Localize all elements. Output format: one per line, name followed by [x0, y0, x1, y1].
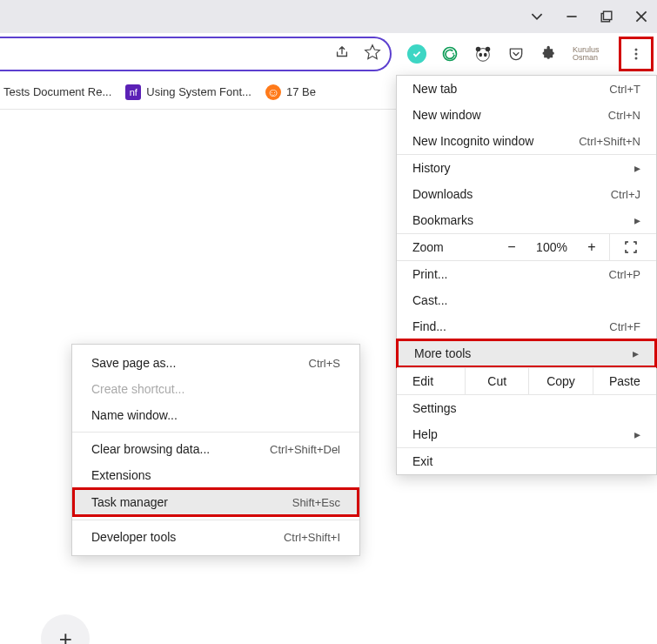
- submenu-item-developer-tools[interactable]: Developer tools Ctrl+Shift+I: [72, 524, 359, 550]
- menu-item-new-tab[interactable]: New tab Ctrl+T: [397, 76, 656, 102]
- maximize-icon[interactable]: [600, 10, 613, 23]
- svg-point-12: [635, 53, 638, 56]
- menu-label: New Incognito window: [412, 134, 533, 148]
- close-icon[interactable]: [634, 10, 648, 23]
- paste-button[interactable]: Paste: [593, 368, 656, 394]
- submenu-arrow-icon: ▸: [634, 427, 640, 441]
- submenu-arrow-icon: ▸: [634, 161, 640, 175]
- menu-item-new-incognito[interactable]: New Incognito window Ctrl+Shift+N: [397, 128, 656, 154]
- svg-point-13: [635, 57, 638, 60]
- submenu-item-extensions[interactable]: Extensions: [72, 462, 359, 488]
- menu-item-print[interactable]: Print... Ctrl+P: [397, 261, 656, 287]
- bookmark-item[interactable]: ☺ 17 Be: [265, 84, 316, 100]
- extension-text-icon[interactable]: KurulusOsman: [573, 44, 600, 64]
- minimize-icon[interactable]: [565, 10, 579, 23]
- extensions-puzzle-icon[interactable]: [540, 44, 559, 64]
- main-menu: New tab Ctrl+T New window Ctrl+N New Inc…: [396, 75, 657, 475]
- bookmark-label: Using System Font...: [146, 85, 251, 98]
- vertical-dots-icon: [629, 47, 643, 61]
- menu-item-find[interactable]: Find... Ctrl+F: [397, 313, 656, 339]
- zoom-in-button[interactable]: +: [574, 239, 609, 255]
- main-menu-button[interactable]: [619, 37, 654, 71]
- window-titlebar: [0, 0, 657, 33]
- svg-point-8: [486, 47, 491, 52]
- submenu-separator: [72, 520, 359, 520]
- submenu-item-name-window[interactable]: Name window...: [72, 402, 359, 428]
- submenu-separator: [72, 432, 359, 433]
- panda-icon[interactable]: [473, 44, 493, 64]
- bookmark-star-icon[interactable]: [364, 44, 381, 64]
- submenu-item-save-page[interactable]: Save page as... Ctrl+S: [72, 350, 359, 376]
- menu-shortcut: Ctrl+F: [609, 320, 640, 333]
- bookmark-item[interactable]: Tests Document Re...: [3, 85, 111, 98]
- zoom-value: 100%: [529, 240, 574, 254]
- cut-button[interactable]: Cut: [465, 368, 528, 394]
- bookmark-favicon: nf: [125, 84, 141, 100]
- svg-point-7: [476, 47, 481, 52]
- chevron-down-icon[interactable]: [530, 10, 544, 23]
- submenu-shortcut: Ctrl+Shift+Del: [270, 443, 340, 456]
- bookmark-label: 17 Be: [286, 85, 316, 98]
- submenu-shortcut: Shift+Esc: [292, 496, 340, 509]
- menu-label: Help: [412, 427, 438, 441]
- menu-shortcut: Ctrl+N: [608, 109, 640, 122]
- submenu-item-create-shortcut: Create shortcut...: [72, 376, 359, 402]
- submenu-label: Create shortcut...: [91, 382, 184, 396]
- menu-label: New window: [412, 108, 481, 122]
- fullscreen-button[interactable]: [609, 234, 651, 260]
- submenu-shortcut: Ctrl+S: [309, 357, 340, 370]
- menu-item-history[interactable]: History ▸: [397, 155, 656, 181]
- address-bar[interactable]: [0, 37, 392, 71]
- menu-shortcut: Ctrl+J: [611, 188, 640, 201]
- submenu-label: Name window...: [91, 408, 178, 422]
- menu-item-downloads[interactable]: Downloads Ctrl+J: [397, 181, 656, 207]
- submenu-arrow-icon: ▸: [634, 213, 640, 227]
- submenu-label: Task manager: [91, 495, 168, 509]
- address-bar-row: KurulusOsman: [0, 33, 657, 75]
- zoom-label: Zoom: [412, 240, 494, 254]
- more-tools-submenu: Save page as... Ctrl+S Create shortcut..…: [71, 344, 360, 556]
- bookmark-label: Tests Document Re...: [3, 85, 111, 98]
- menu-label: Settings: [412, 401, 457, 415]
- menu-item-exit[interactable]: Exit: [397, 448, 656, 474]
- menu-item-help[interactable]: Help ▸: [397, 421, 656, 447]
- menu-item-cast[interactable]: Cast...: [397, 287, 656, 313]
- extension-icon-1[interactable]: [407, 44, 426, 64]
- bookmark-favicon: ☺: [265, 84, 281, 100]
- menu-shortcut: Ctrl+P: [609, 268, 640, 281]
- submenu-item-task-manager[interactable]: Task manager Shift+Esc: [72, 487, 359, 517]
- menu-label: Cast...: [412, 293, 447, 307]
- extensions-row: KurulusOsman: [392, 44, 600, 64]
- menu-item-new-window[interactable]: New window Ctrl+N: [397, 102, 656, 128]
- menu-label: Downloads: [412, 187, 473, 201]
- grammarly-icon[interactable]: [440, 44, 459, 64]
- svg-point-11: [635, 49, 638, 51]
- submenu-label: Save page as...: [91, 356, 176, 370]
- menu-label: Find...: [412, 319, 446, 333]
- menu-item-more-tools[interactable]: More tools ▸: [396, 339, 657, 368]
- pocket-icon[interactable]: [506, 44, 526, 64]
- submenu-label: Developer tools: [91, 530, 176, 544]
- svg-point-9: [479, 53, 482, 57]
- menu-item-settings[interactable]: Settings: [397, 395, 656, 421]
- menu-shortcut: Ctrl+T: [609, 83, 640, 96]
- menu-label: More tools: [414, 346, 471, 360]
- menu-label: History: [412, 161, 451, 175]
- edit-label: Edit: [412, 374, 465, 388]
- bookmark-item[interactable]: nf Using System Font...: [125, 84, 251, 100]
- menu-label: Print...: [412, 267, 447, 281]
- add-shortcut-tile[interactable]: + Add shortcut: [31, 614, 100, 644]
- menu-item-zoom: Zoom − 100% +: [397, 234, 656, 260]
- menu-item-bookmarks[interactable]: Bookmarks ▸: [397, 207, 656, 233]
- submenu-label: Clear browsing data...: [91, 442, 210, 456]
- zoom-out-button[interactable]: −: [494, 239, 529, 255]
- submenu-item-clear-browsing[interactable]: Clear browsing data... Ctrl+Shift+Del: [72, 436, 359, 462]
- copy-button[interactable]: Copy: [528, 368, 592, 394]
- svg-rect-2: [604, 11, 612, 19]
- plus-icon: +: [41, 614, 90, 644]
- menu-label: Exit: [412, 454, 432, 468]
- share-icon[interactable]: [334, 44, 350, 64]
- submenu-label: Extensions: [91, 468, 151, 482]
- menu-label: New tab: [412, 82, 457, 96]
- submenu-arrow-icon: ▸: [633, 346, 639, 360]
